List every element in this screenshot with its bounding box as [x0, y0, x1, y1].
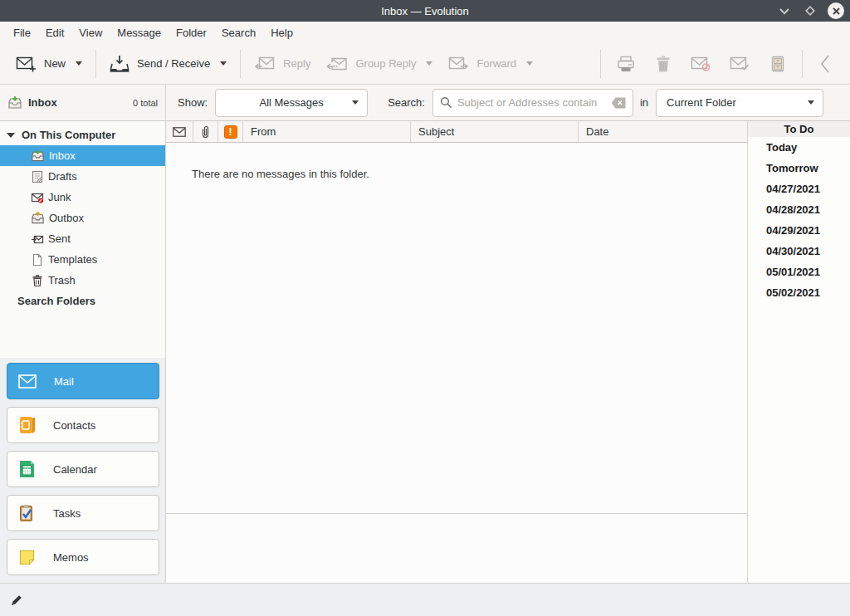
sidebar-item-junk[interactable]: Junk	[0, 187, 165, 208]
message-filter-value: All Messages	[259, 96, 323, 109]
todo-item-date[interactable]: 04/27/2021	[748, 178, 850, 199]
todo-item-date[interactable]: 04/29/2021	[748, 220, 850, 241]
templates-icon	[31, 253, 44, 266]
inbox-icon	[7, 96, 22, 110]
archive-button[interactable]	[760, 48, 796, 80]
switcher-calendar-button[interactable]: Calendar	[7, 451, 159, 487]
message-list-header: ! From Subject Date	[166, 121, 747, 143]
reply-button[interactable]: Reply	[247, 48, 318, 80]
menu-edit[interactable]: Edit	[38, 24, 71, 42]
junk-button[interactable]	[681, 48, 721, 80]
switcher-contacts-button[interactable]: Contacts	[7, 407, 159, 443]
trash-folder-icon	[31, 274, 44, 287]
folder-label: Templates	[48, 253, 97, 266]
preview-pane[interactable]	[166, 514, 747, 583]
sidebar-item-outbox[interactable]: Outbox	[0, 208, 165, 228]
todo-item-date[interactable]: 04/28/2021	[748, 199, 850, 220]
search-label: Search:	[388, 96, 425, 109]
column-from[interactable]: From	[243, 121, 411, 142]
window-menu-button[interactable]	[775, 2, 794, 20]
print-button[interactable]	[607, 48, 645, 80]
switcher-label: Memos	[53, 551, 89, 564]
switcher-label: Calendar	[53, 463, 97, 476]
column-subject[interactable]: Subject	[411, 121, 579, 142]
calendar-icon	[18, 460, 36, 478]
mark-read-icon	[730, 55, 750, 73]
search-box	[432, 89, 633, 117]
delete-button[interactable]	[645, 48, 681, 80]
forward-caret-icon	[526, 61, 533, 66]
switcher-memos-button[interactable]: Memos	[7, 539, 159, 575]
message-filter-dropdown[interactable]: All Messages	[215, 89, 368, 117]
group-reply-label: Group Reply	[355, 57, 416, 70]
menu-file[interactable]: File	[6, 24, 38, 42]
close-icon	[828, 2, 844, 19]
trash-icon	[654, 55, 672, 73]
toolbar-separator	[802, 50, 803, 78]
inbox-icon	[31, 149, 45, 163]
root-label: On This Computer	[22, 129, 115, 141]
todo-item-date[interactable]: 05/02/2021	[748, 282, 850, 303]
menu-message[interactable]: Message	[110, 24, 169, 42]
toolbar: New Send / Receive Reply Group Reply For…	[0, 43, 850, 85]
titlebar: Inbox — Evolution	[0, 0, 850, 22]
drafts-icon	[31, 170, 44, 183]
sidebar-item-on-this-computer[interactable]: On This Computer	[0, 125, 165, 145]
column-attachment[interactable]	[193, 121, 218, 142]
empty-folder-text: There are no messages in this folder.	[192, 168, 369, 180]
close-button[interactable]	[827, 2, 845, 20]
clear-search-icon[interactable]	[611, 97, 626, 109]
filter-caret-icon	[352, 100, 359, 105]
new-button[interactable]: New	[8, 48, 90, 80]
back-button[interactable]	[808, 46, 842, 81]
new-button-label: New	[44, 57, 66, 70]
todo-item-tomorrow[interactable]: Tomorrow	[748, 158, 850, 178]
attachment-icon	[202, 125, 209, 139]
switcher-tasks-button[interactable]: Tasks	[7, 495, 159, 531]
folder-label: Drafts	[48, 170, 77, 183]
sidebar-item-templates[interactable]: Templates	[0, 249, 165, 270]
folder-label: Junk	[48, 191, 71, 203]
group-reply-button[interactable]: Group Reply	[318, 48, 440, 80]
menu-folder[interactable]: Folder	[169, 24, 214, 42]
todo-item-date[interactable]: 04/30/2021	[748, 241, 850, 262]
tasks-icon	[18, 504, 36, 522]
column-message-status[interactable]	[166, 121, 193, 142]
menu-view[interactable]: View	[71, 24, 110, 42]
toolbar-separator	[95, 50, 96, 78]
toolbar-separator	[240, 50, 241, 78]
todo-header: To Do	[748, 121, 850, 137]
search-input[interactable]	[457, 96, 606, 109]
menu-search[interactable]: Search	[214, 24, 263, 42]
column-date[interactable]: Date	[579, 121, 747, 142]
reply-icon	[254, 55, 276, 73]
maximize-button[interactable]	[801, 2, 819, 20]
menu-help[interactable]: Help	[263, 24, 300, 42]
column-important[interactable]: !	[218, 121, 243, 142]
sidebar-item-search-folders[interactable]: Search Folders	[0, 291, 165, 311]
search-icon	[440, 96, 452, 109]
group-reply-icon	[325, 55, 348, 73]
todo-item-today[interactable]: Today	[748, 137, 850, 158]
switcher-mail-button[interactable]: Mail	[7, 363, 159, 399]
sidebar-item-inbox[interactable]: Inbox	[0, 145, 165, 166]
forward-icon	[447, 55, 469, 73]
sidebar-item-sent[interactable]: Sent	[0, 228, 165, 249]
forward-button[interactable]: Forward	[440, 48, 540, 80]
reply-label: Reply	[283, 57, 310, 70]
expander-triangle-icon[interactable]	[7, 133, 15, 138]
sidebar-item-trash[interactable]: Trash	[0, 270, 165, 291]
send-receive-icon	[110, 55, 129, 73]
send-receive-button[interactable]: Send / Receive	[102, 48, 234, 80]
search-scope-dropdown[interactable]: Current Folder	[656, 89, 823, 117]
sidebar-item-drafts[interactable]: Drafts	[0, 166, 165, 187]
mark-read-button[interactable]	[721, 48, 760, 80]
switcher-label: Mail	[54, 375, 74, 388]
message-list-body[interactable]: There are no messages in this folder.	[166, 143, 747, 514]
send-receive-label: Send / Receive	[137, 57, 210, 70]
folder-label: Trash	[48, 274, 76, 286]
switcher-label: Contacts	[53, 419, 95, 432]
todo-item-date[interactable]: 05/01/2021	[748, 262, 850, 282]
junk-folder-icon	[31, 191, 44, 204]
group-reply-caret-icon	[426, 61, 432, 66]
